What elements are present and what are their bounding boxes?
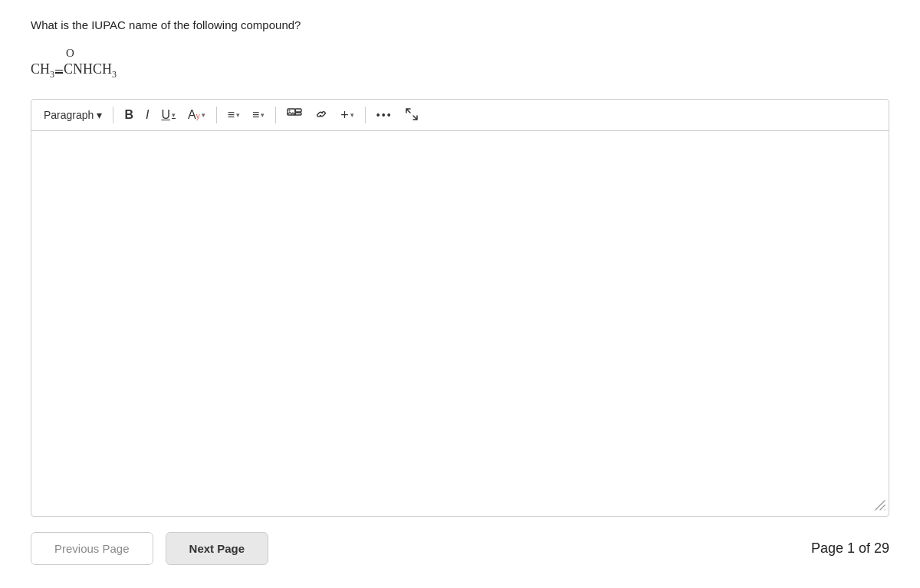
list-icon: ≡ [252,109,259,121]
toolbar-divider-1 [113,107,113,123]
underline-label: U [161,109,170,121]
compound-display: O CH3 CNHCH3 [31,45,889,80]
list-chevron: ▾ [261,112,264,119]
more-options-button[interactable]: ••• [372,107,397,123]
toolbar-divider-2 [216,107,217,123]
underline-button[interactable]: U ▾ [156,106,180,124]
media-button[interactable] [282,104,307,126]
align-left-icon: ≡ [228,109,235,121]
oxygen-symbol: O [66,45,74,61]
align-left-button[interactable]: ≡ ▾ [223,106,245,124]
rich-text-editor[interactable]: Paragraph ▾ B I U ▾ Ay ▾ ≡ ▾ [31,99,889,517]
bold-button[interactable]: B [120,106,138,124]
list-button[interactable]: ≡ ▾ [248,106,269,124]
question-text: What is the IUPAC name of the following … [31,18,889,31]
next-page-button[interactable]: Next Page [166,532,269,565]
editor-content-area[interactable] [31,131,889,516]
formula-ch3: CH3 [31,60,54,80]
link-icon [314,107,328,123]
toolbar-divider-3 [275,107,276,123]
underline-chevron: ▾ [172,112,176,119]
font-color-chevron: ▾ [202,112,205,119]
paragraph-chevron: ▾ [97,109,102,121]
toolbar-divider-4 [365,107,366,123]
resize-handle[interactable] [875,500,886,513]
page-indicator: Page 1 of 29 [811,540,889,557]
italic-button[interactable]: I [141,106,153,124]
double-bond-indicator [55,70,63,74]
media-icon [287,107,302,123]
formula-cnhch3: CNHCH3 [64,60,117,80]
insert-chevron: ▾ [350,112,354,119]
bottom-navigation: Previous Page Next Page Page 1 of 29 [31,532,889,573]
expand-icon [405,107,419,123]
fullscreen-button[interactable] [400,104,423,126]
paragraph-style-selector[interactable]: Paragraph ▾ [39,106,107,124]
previous-page-button[interactable]: Previous Page [31,532,153,565]
svg-rect-1 [295,109,301,112]
insert-button[interactable]: + ▾ [336,105,359,125]
editor-toolbar: Paragraph ▾ B I U ▾ Ay ▾ ≡ ▾ [31,100,889,131]
link-button[interactable] [310,104,333,126]
svg-rect-2 [295,113,301,115]
font-color-label: Ay [188,109,200,121]
plus-icon: + [340,108,349,122]
more-dots-icon: ••• [376,110,393,120]
font-color-button[interactable]: Ay ▾ [183,106,210,124]
svg-point-3 [289,110,291,112]
align-left-chevron: ▾ [236,112,240,119]
paragraph-label: Paragraph [44,109,94,121]
